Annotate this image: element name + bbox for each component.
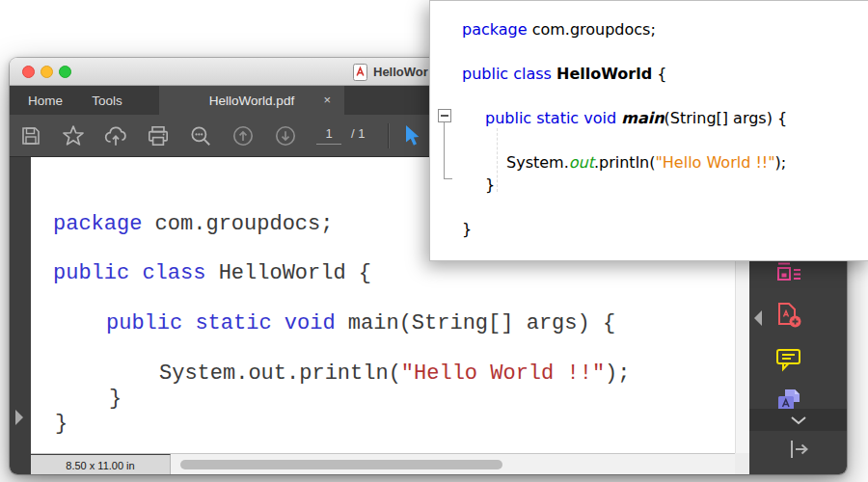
star-icon (61, 123, 86, 148)
print-icon (146, 123, 171, 148)
favorite-button[interactable] (60, 122, 87, 149)
page-up-icon (231, 123, 256, 148)
minus-icon (441, 115, 448, 117)
comment-tool-button[interactable] (775, 346, 802, 373)
zoom-search-icon (188, 123, 213, 148)
close-window-button[interactable] (22, 66, 35, 78)
tab-tools[interactable]: Tools (79, 86, 135, 115)
editor-code-line: System.out.println("Hello World !!"); (506, 151, 786, 174)
close-tab-icon[interactable]: × (323, 93, 331, 108)
page-navigation: 1 / 1 (316, 126, 365, 145)
open-tools-pane-button[interactable] (788, 439, 811, 460)
toolbar-divider (388, 123, 389, 148)
editor-code-line: public class HelloWorld { (462, 63, 666, 85)
share-cloud-icon (103, 123, 128, 148)
editor-code-line: } (462, 218, 472, 240)
create-pdf-tool-icon (775, 302, 802, 329)
fold-guide-line (444, 122, 445, 178)
editor-code-line: } (485, 174, 495, 196)
print-button[interactable] (145, 122, 172, 149)
expand-left-pane-icon[interactable] (15, 410, 23, 425)
tab-home-label: Home (28, 94, 63, 108)
tab-tools-label: Tools (92, 94, 122, 108)
edit-pdf-tool-button[interactable] (775, 262, 802, 289)
page-total-label: / 1 (351, 126, 365, 141)
pointer-icon (401, 123, 424, 148)
zoom-search-button[interactable] (187, 122, 214, 149)
pdf-code-line: } (55, 412, 68, 437)
minimize-window-button[interactable] (41, 66, 53, 78)
page-size-label: 8.50 x 11.00 in (66, 460, 134, 471)
tab-document-label: HelloWorld.pdf (209, 94, 294, 108)
select-tool-button[interactable] (399, 122, 426, 149)
pdf-code-line: public static void main(String[] args) { (106, 311, 615, 336)
share-button[interactable] (102, 122, 129, 149)
indent-guide (497, 128, 498, 192)
code-fold-toggle[interactable] (438, 109, 451, 122)
left-nav-pane (10, 157, 31, 474)
window-title-text: HelloWor (373, 65, 428, 79)
page-down-icon (273, 123, 298, 148)
horizontal-scrollbar-thumb[interactable] (180, 460, 502, 469)
editor-code-line: package com.groupdocs; (462, 18, 656, 40)
comment-tool-icon (775, 346, 802, 373)
open-tools-pane-icon (788, 439, 811, 460)
zoom-window-button[interactable] (59, 66, 71, 78)
save-icon (19, 124, 42, 147)
pdf-code-line: System.out.println("Hello World !!"); (159, 362, 630, 387)
editor-code-line: public static void main(String[] args) { (485, 107, 787, 129)
page-size-badge: 8.50 x 11.00 in (31, 454, 171, 474)
save-button[interactable] (17, 122, 44, 149)
more-tools-chevron-icon (790, 415, 807, 425)
previous-page-button[interactable] (230, 122, 257, 149)
source-code-popup: package com.groupdocs; public class Hell… (429, 0, 868, 261)
pdf-code-line: package com.groupdocs; (53, 212, 333, 237)
pdf-file-icon (353, 64, 367, 81)
bottom-bar: 8.50 x 11.00 in (31, 453, 735, 474)
window-title: HelloWor (353, 62, 428, 82)
pdf-code-line: } (109, 387, 122, 412)
create-pdf-tool-button[interactable] (775, 302, 802, 329)
fold-guide-foot (444, 178, 452, 179)
page-number-input[interactable]: 1 (316, 126, 341, 145)
pdf-code-line: public class HelloWorld { (53, 261, 371, 286)
tab-document[interactable]: HelloWorld.pdf × (159, 86, 344, 115)
scrollbar-corner (735, 453, 749, 474)
more-tools-button[interactable] (749, 409, 847, 431)
expand-tools-pane-icon[interactable] (754, 310, 762, 326)
edit-pdf-tool-icon (775, 262, 802, 289)
next-page-button[interactable] (272, 122, 299, 149)
desktop: HelloWor Home Tools HelloWorld.pdf × (0, 0, 868, 482)
tab-home[interactable]: Home (17, 86, 73, 115)
